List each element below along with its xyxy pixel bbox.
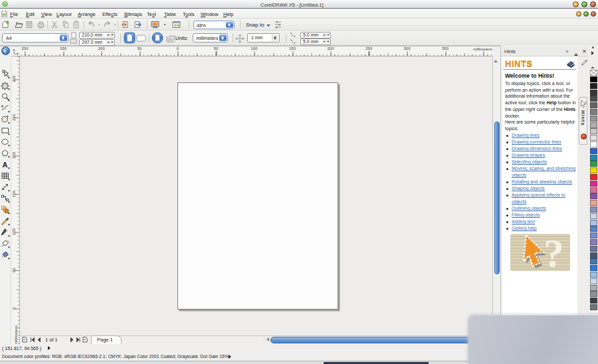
svg-text:?: ? [584,100,587,106]
svg-text:?: ? [544,230,564,274]
svg-text:x: x [294,34,296,38]
svg-text:A: A [3,161,8,169]
svg-text:y: y [294,41,296,45]
